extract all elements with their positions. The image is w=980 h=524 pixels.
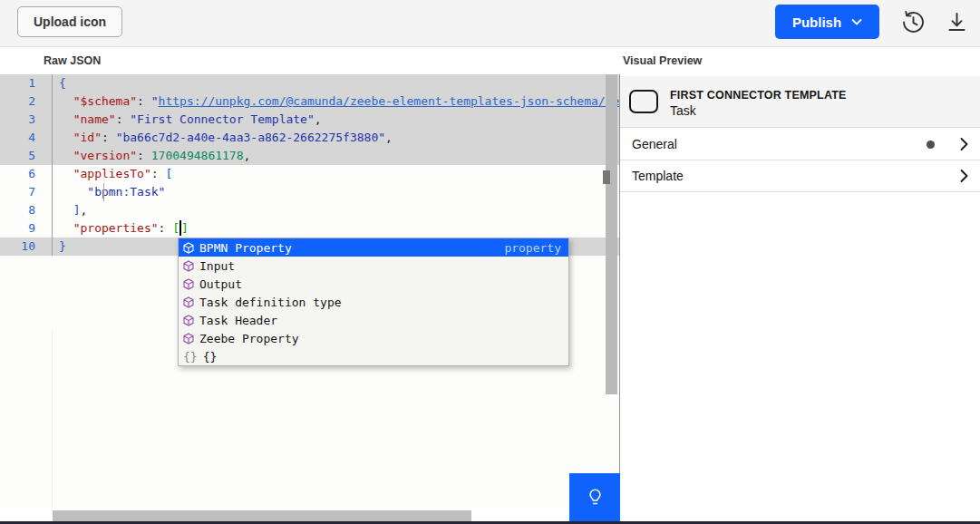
editor-line[interactable]: 4 "id": "ba66c7d2-a40e-4aa3-a862-2662275… [0, 129, 619, 147]
autocomplete-item[interactable]: {}{} [179, 347, 568, 365]
editor-line[interactable]: 2 "$schema": "https://unpkg.com/@camunda… [0, 92, 619, 111]
autocomplete-dropdown: BPMN PropertypropertyInputOutputTask def… [178, 238, 569, 366]
line-number: 7 [28, 183, 52, 201]
cube-icon [183, 260, 194, 272]
template-name: FIRST CONNECTOR TEMPLATE [670, 89, 847, 102]
panel-headers: Raw JSON Visual Preview [0, 47, 980, 74]
editor-line[interactable]: 6 "appliesTo": [ [0, 165, 619, 183]
preview-section-general[interactable]: General [620, 129, 980, 160]
publish-button-label: Publish [792, 15, 841, 30]
autocomplete-item-label: {} [203, 350, 218, 364]
editor-line[interactable]: 9 "properties": [] [0, 219, 619, 238]
history-icon [901, 10, 926, 34]
gutter-border-tail [52, 330, 53, 508]
autocomplete-item[interactable]: Task definition type [179, 293, 568, 311]
autocomplete-item[interactable]: BPMN Propertyproperty [179, 238, 568, 257]
autocomplete-item[interactable]: Input [179, 257, 568, 275]
horizontal-scrollbar-thumb[interactable] [53, 510, 471, 521]
download-button[interactable] [944, 9, 969, 34]
autocomplete-item-kind: property [504, 241, 564, 255]
preview-section-list: GeneralTemplate [620, 129, 980, 192]
task-shape-icon [629, 90, 658, 113]
top-toolbar: Upload icon Publish [0, 0, 980, 47]
autocomplete-item-label: Zeebe Property [199, 332, 299, 345]
braces-icon: {} [183, 350, 198, 364]
autocomplete-item-label: BPMN Property [199, 241, 292, 255]
autocomplete-item[interactable]: Output [179, 275, 568, 293]
editor-line[interactable]: 7 "bpmn:Task" [0, 183, 619, 201]
chevron-down-icon [851, 18, 862, 25]
cube-icon [183, 296, 194, 308]
visual-preview-panel: FIRST CONNECTOR TEMPLATE Task GeneralTem… [620, 74, 980, 521]
preview-section-template[interactable]: Template [620, 160, 980, 192]
line-number: 1 [28, 74, 52, 92]
lightbulb-icon [584, 486, 606, 509]
connector-template-editor: Upload icon Publish [0, 0, 980, 524]
line-number: 5 [28, 147, 52, 165]
autocomplete-item[interactable]: Task Header [179, 311, 568, 329]
line-number: 4 [28, 129, 52, 147]
autocomplete-item-label: Task Header [199, 314, 277, 327]
template-header-card: FIRST CONNECTOR TEMPLATE Task [620, 76, 980, 128]
visual-preview-panel-title: Visual Preview [623, 54, 702, 67]
autocomplete-item-label: Input [199, 259, 235, 273]
line-number: 10 [21, 238, 52, 256]
cube-icon [183, 242, 194, 254]
line-number: 2 [28, 92, 52, 111]
section-label: General [632, 137, 927, 151]
editor-line[interactable]: 8 ], [0, 201, 619, 219]
autocomplete-item-label: Task definition type [199, 296, 342, 309]
cube-icon [183, 333, 194, 344]
download-icon [945, 10, 969, 34]
element-type: Task [670, 103, 696, 118]
line-number: 9 [28, 219, 52, 238]
editor-line[interactable]: 1{ [0, 74, 619, 92]
hint-lightbulb-button[interactable] [569, 473, 620, 521]
version-history-button[interactable] [900, 9, 926, 34]
chevron-right-icon [960, 138, 968, 150]
cube-icon [183, 278, 194, 290]
line-number: 6 [28, 165, 52, 183]
publish-button[interactable]: Publish [775, 5, 879, 39]
autocomplete-item[interactable]: Zeebe Property [179, 329, 568, 347]
editor-lines: 1{2 "$schema": "https://unpkg.com/@camun… [0, 74, 619, 256]
editor-vertical-scrollbar[interactable] [606, 74, 617, 508]
vertical-scrollbar-thumb[interactable] [606, 74, 617, 394]
modified-dot-indicator [927, 141, 935, 149]
editor-line[interactable]: 5 "version": 1700494861178, [0, 147, 619, 165]
editor-line[interactable]: 3 "name": "First Connector Template", [0, 111, 619, 129]
upload-icon-button[interactable]: Upload icon [17, 6, 122, 37]
cube-icon [183, 315, 194, 326]
raw-json-panel-title: Raw JSON [44, 54, 101, 67]
line-number: 3 [28, 111, 52, 129]
chevron-right-icon [960, 170, 968, 182]
line-number: 8 [28, 201, 52, 219]
section-label: Template [632, 169, 960, 183]
autocomplete-item-label: Output [199, 277, 242, 291]
scrollbar-cursor-marker [603, 170, 610, 184]
